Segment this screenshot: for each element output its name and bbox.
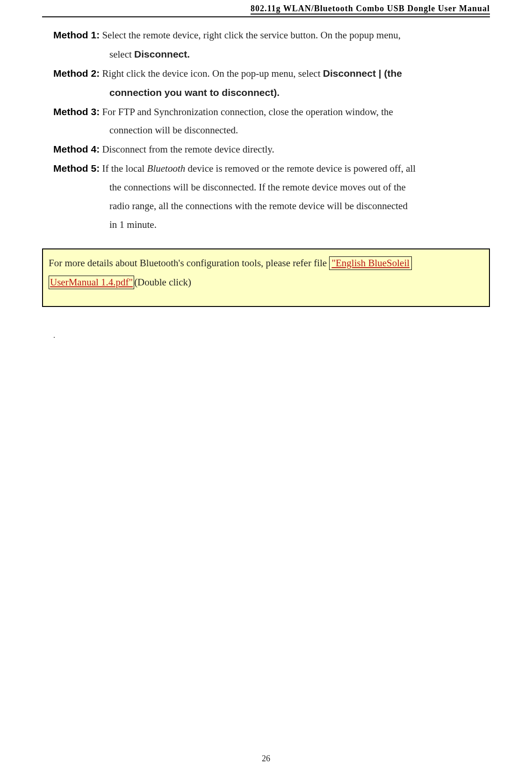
- method-4-text: Disconnect from the remote device direct…: [100, 144, 274, 155]
- method-2-bold-b: connection you want to disconnect).: [109, 87, 280, 98]
- method-5-text-d: radio range, all the connections with th…: [109, 200, 408, 211]
- method-5-cont-3: in 1 minute.: [42, 216, 490, 234]
- method-2-text-a: Right click the device icon. On the pop-…: [100, 68, 323, 79]
- method-5-italic: Bluetooth: [147, 163, 186, 174]
- callout-posttext: (Double click): [134, 277, 191, 288]
- running-header: 802.11g WLAN/Bluetooth Combo USB Dongle …: [42, 0, 490, 14]
- header-rule: [42, 16, 490, 17]
- running-header-text: 802.11g WLAN/Bluetooth Combo USB Dongle …: [251, 4, 490, 15]
- method-5-cont-1: the connections will be disconnected. If…: [42, 178, 490, 197]
- callout-link-line2[interactable]: UserManual 1.4.pdf": [49, 276, 134, 289]
- method-5-text-a: If the local: [100, 163, 147, 174]
- method-2-label: Method 2:: [53, 68, 100, 79]
- page-number: 26: [0, 754, 532, 764]
- method-2: Method 2: Right click the device icon. O…: [42, 64, 490, 83]
- callout-link-line1[interactable]: "English BlueSoleil: [329, 256, 412, 270]
- method-3: Method 3: For FTP and Synchronization co…: [42, 102, 490, 122]
- method-5-label: Method 5:: [53, 163, 100, 174]
- method-4: Method 4: Disconnect from the remote dev…: [42, 140, 490, 159]
- method-2-cont: connection you want to disconnect).: [42, 83, 490, 102]
- callout-pretext: For more details about Bluetooth's confi…: [49, 257, 329, 269]
- method-4-label: Method 4:: [53, 144, 100, 154]
- method-1: Method 1: Select the remote device, righ…: [42, 26, 490, 45]
- method-1-bold: Disconnect.: [134, 49, 190, 59]
- method-5-text-e: in 1 minute.: [109, 219, 157, 230]
- method-2-bold-a: Disconnect | (the: [323, 68, 402, 79]
- method-5-text-b: device is removed or the remote device i…: [185, 163, 416, 174]
- method-1-text-b: select: [109, 49, 134, 60]
- body-content: Method 1: Select the remote device, righ…: [42, 26, 490, 343]
- stray-dot: .: [42, 328, 490, 343]
- method-3-text-a: For FTP and Synchronization connection, …: [100, 106, 393, 117]
- method-5: Method 5: If the local Bluetooth device …: [42, 159, 490, 178]
- method-3-label: Method 3:: [53, 106, 100, 117]
- method-5-cont-2: radio range, all the connections with th…: [42, 197, 490, 216]
- method-1-label: Method 1:: [53, 29, 100, 40]
- method-3-cont: connection will be disconnected.: [42, 121, 490, 140]
- callout-box: For more details about Bluetooth's confi…: [42, 248, 490, 307]
- method-1-cont: select Disconnect.: [42, 45, 490, 64]
- method-3-text-b: connection will be disconnected.: [109, 124, 238, 136]
- method-1-text-a: Select the remote device, right click th…: [100, 29, 401, 41]
- method-5-text-c: the connections will be disconnected. If…: [109, 182, 406, 193]
